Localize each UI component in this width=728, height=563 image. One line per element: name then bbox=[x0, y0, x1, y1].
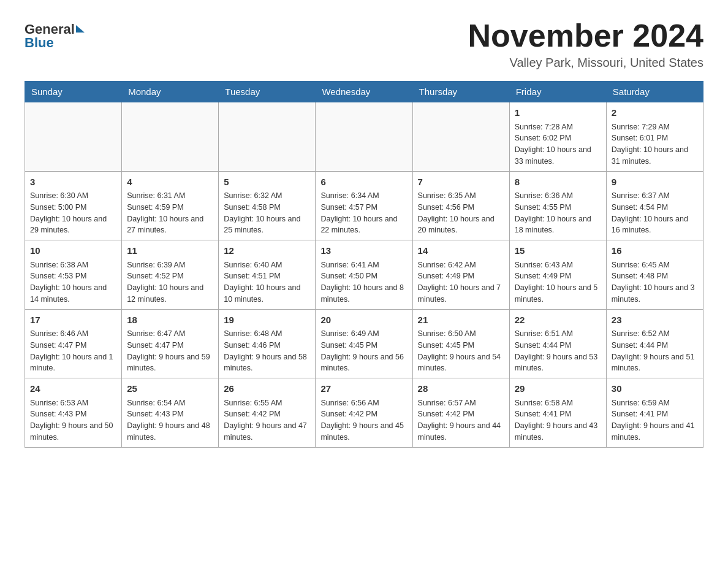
calendar-cell: 20Sunrise: 6:49 AMSunset: 4:45 PMDayligh… bbox=[316, 309, 412, 378]
day-info: Sunrise: 7:28 AM bbox=[515, 121, 601, 133]
calendar-week-row: 10Sunrise: 6:38 AMSunset: 4:53 PMDayligh… bbox=[25, 240, 703, 310]
day-info: Daylight: 9 hours and 47 minutes. bbox=[224, 420, 310, 443]
day-info: Sunset: 4:57 PM bbox=[320, 202, 407, 213]
day-info: Sunrise: 6:30 AM bbox=[30, 190, 116, 202]
day-info: Daylight: 10 hours and 10 minutes. bbox=[224, 282, 310, 305]
calendar-cell bbox=[412, 102, 509, 172]
day-number: 27 bbox=[320, 382, 407, 396]
calendar-cell: 1Sunrise: 7:28 AMSunset: 6:02 PMDaylight… bbox=[509, 102, 606, 172]
day-number: 9 bbox=[612, 175, 698, 190]
calendar-cell: 16Sunrise: 6:45 AMSunset: 4:48 PMDayligh… bbox=[606, 240, 703, 310]
day-number: 24 bbox=[30, 382, 116, 396]
day-info: Sunset: 4:54 PM bbox=[612, 202, 698, 213]
day-number: 17 bbox=[30, 313, 116, 327]
day-number: 3 bbox=[30, 175, 116, 190]
day-info: Daylight: 10 hours and 33 minutes. bbox=[515, 144, 601, 167]
calendar-cell: 14Sunrise: 6:42 AMSunset: 4:49 PMDayligh… bbox=[412, 240, 509, 310]
day-info: Daylight: 9 hours and 51 minutes. bbox=[612, 351, 698, 375]
calendar-cell: 11Sunrise: 6:39 AMSunset: 4:52 PMDayligh… bbox=[122, 240, 219, 310]
day-number: 1 bbox=[515, 106, 601, 120]
day-number: 23 bbox=[612, 313, 698, 327]
day-number: 11 bbox=[127, 244, 213, 258]
day-info: Daylight: 10 hours and 12 minutes. bbox=[127, 282, 213, 305]
day-number: 30 bbox=[612, 382, 698, 396]
day-info: Sunrise: 6:58 AM bbox=[515, 397, 601, 409]
day-info: Sunset: 4:51 PM bbox=[224, 270, 310, 282]
calendar-cell: 9Sunrise: 6:37 AMSunset: 4:54 PMDaylight… bbox=[606, 171, 703, 240]
day-info: Sunrise: 6:35 AM bbox=[418, 190, 504, 202]
calendar-cell: 28Sunrise: 6:57 AMSunset: 4:42 PMDayligh… bbox=[412, 378, 509, 448]
day-info: Sunset: 4:59 PM bbox=[127, 202, 213, 213]
day-info: Sunset: 4:56 PM bbox=[418, 202, 504, 213]
day-info: Sunset: 6:01 PM bbox=[612, 132, 698, 144]
day-number: 19 bbox=[224, 313, 310, 327]
calendar-header-row: SundayMondayTuesdayWednesdayThursdayFrid… bbox=[25, 82, 703, 102]
day-info: Sunrise: 6:49 AM bbox=[320, 328, 407, 340]
day-info: Sunset: 4:43 PM bbox=[127, 408, 213, 420]
day-number: 28 bbox=[418, 382, 504, 396]
day-info: Sunrise: 6:34 AM bbox=[320, 190, 407, 202]
calendar-weekday-friday: Friday bbox=[509, 82, 606, 102]
day-number: 26 bbox=[224, 382, 310, 396]
day-info: Daylight: 10 hours and 5 minutes. bbox=[515, 282, 601, 305]
day-info: Daylight: 9 hours and 44 minutes. bbox=[418, 420, 504, 443]
day-info: Sunrise: 6:48 AM bbox=[224, 328, 310, 340]
day-number: 7 bbox=[418, 175, 504, 190]
logo: General Blue bbox=[25, 21, 85, 51]
day-info: Sunrise: 6:42 AM bbox=[418, 259, 504, 271]
day-info: Sunset: 4:53 PM bbox=[30, 270, 116, 282]
calendar-weekday-sunday: Sunday bbox=[25, 82, 122, 102]
day-number: 22 bbox=[515, 313, 601, 327]
calendar-cell: 15Sunrise: 6:43 AMSunset: 4:49 PMDayligh… bbox=[509, 240, 606, 310]
calendar-cell: 12Sunrise: 6:40 AMSunset: 4:51 PMDayligh… bbox=[219, 240, 316, 310]
calendar-cell: 5Sunrise: 6:32 AMSunset: 4:58 PMDaylight… bbox=[219, 171, 316, 240]
calendar-week-row: 3Sunrise: 6:30 AMSunset: 5:00 PMDaylight… bbox=[25, 171, 703, 240]
day-info: Sunset: 4:45 PM bbox=[320, 340, 407, 351]
day-info: Sunset: 5:00 PM bbox=[30, 202, 116, 213]
calendar-week-row: 1Sunrise: 7:28 AMSunset: 6:02 PMDaylight… bbox=[25, 102, 703, 172]
day-info: Sunset: 4:44 PM bbox=[612, 340, 698, 351]
day-info: Sunset: 4:41 PM bbox=[612, 408, 698, 420]
calendar-cell: 23Sunrise: 6:52 AMSunset: 4:44 PMDayligh… bbox=[606, 309, 703, 378]
calendar-week-row: 24Sunrise: 6:53 AMSunset: 4:43 PMDayligh… bbox=[25, 378, 703, 448]
day-info: Sunset: 4:42 PM bbox=[320, 408, 407, 420]
day-info: Daylight: 9 hours and 56 minutes. bbox=[320, 351, 407, 375]
calendar-cell: 22Sunrise: 6:51 AMSunset: 4:44 PMDayligh… bbox=[509, 309, 606, 378]
day-number: 21 bbox=[418, 313, 504, 327]
calendar-weekday-tuesday: Tuesday bbox=[219, 82, 316, 102]
calendar-cell: 17Sunrise: 6:46 AMSunset: 4:47 PMDayligh… bbox=[25, 309, 122, 378]
day-info: Daylight: 10 hours and 27 minutes. bbox=[127, 213, 213, 237]
page-subtitle: Valley Park, Missouri, United States bbox=[468, 56, 703, 70]
calendar-cell: 10Sunrise: 6:38 AMSunset: 4:53 PMDayligh… bbox=[25, 240, 122, 310]
title-block: November 2024 Valley Park, Missouri, Uni… bbox=[468, 18, 703, 70]
day-info: Sunrise: 6:31 AM bbox=[127, 190, 213, 202]
calendar-cell bbox=[219, 102, 316, 172]
day-info: Daylight: 10 hours and 29 minutes. bbox=[30, 213, 116, 237]
calendar-cell: 27Sunrise: 6:56 AMSunset: 4:42 PMDayligh… bbox=[316, 378, 412, 448]
day-info: Daylight: 10 hours and 31 minutes. bbox=[612, 144, 698, 167]
calendar-cell: 6Sunrise: 6:34 AMSunset: 4:57 PMDaylight… bbox=[316, 171, 412, 240]
page-title: November 2024 bbox=[468, 18, 703, 53]
day-number: 5 bbox=[224, 175, 310, 190]
day-info: Sunset: 4:49 PM bbox=[515, 270, 601, 282]
day-number: 8 bbox=[515, 175, 601, 190]
calendar-cell bbox=[25, 102, 122, 172]
calendar-cell bbox=[316, 102, 412, 172]
calendar-cell: 13Sunrise: 6:41 AMSunset: 4:50 PMDayligh… bbox=[316, 240, 412, 310]
day-info: Daylight: 9 hours and 50 minutes. bbox=[30, 420, 116, 443]
day-number: 4 bbox=[127, 175, 213, 190]
day-number: 29 bbox=[515, 382, 601, 396]
day-info: Sunrise: 6:51 AM bbox=[515, 328, 601, 340]
day-info: Sunset: 4:48 PM bbox=[612, 270, 698, 282]
day-info: Sunset: 4:43 PM bbox=[30, 408, 116, 420]
day-number: 2 bbox=[612, 106, 698, 120]
day-info: Daylight: 10 hours and 8 minutes. bbox=[320, 282, 407, 305]
day-number: 18 bbox=[127, 313, 213, 327]
calendar-cell: 25Sunrise: 6:54 AMSunset: 4:43 PMDayligh… bbox=[122, 378, 219, 448]
day-info: Sunrise: 6:43 AM bbox=[515, 259, 601, 271]
calendar-cell: 19Sunrise: 6:48 AMSunset: 4:46 PMDayligh… bbox=[219, 309, 316, 378]
day-info: Daylight: 9 hours and 59 minutes. bbox=[127, 351, 213, 375]
day-info: Sunset: 4:52 PM bbox=[127, 270, 213, 282]
day-number: 16 bbox=[612, 244, 698, 258]
page-header: General Blue November 2024 Valley Park, … bbox=[25, 18, 703, 70]
